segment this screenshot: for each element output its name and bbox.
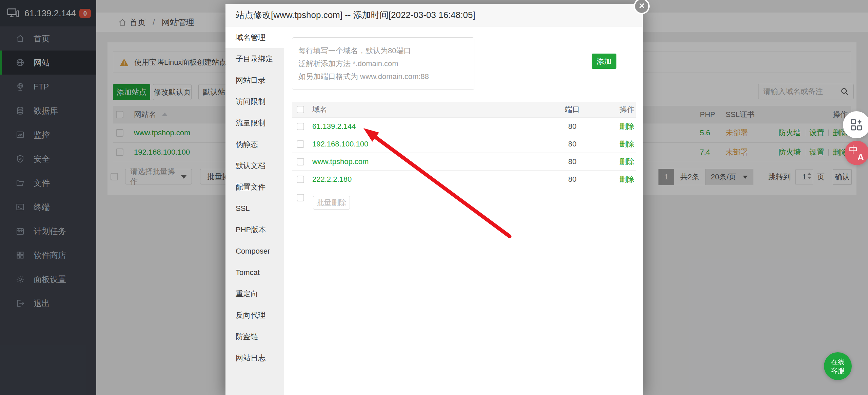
domain-name[interactable]: 192.168.100.100 [312,140,547,149]
modal-menu-config[interactable]: 配置文件 [225,176,284,198]
modal-menu-composer[interactable]: Composer [225,240,284,262]
delete-domain-link[interactable]: 删除 [598,139,636,149]
modal-menu-redirect[interactable]: 重定向 [225,283,284,304]
modal-menu-sitedir[interactable]: 网站目录 [225,70,284,91]
modal-menu-ssl[interactable]: SSL [225,198,284,219]
modal-menu: 域名管理 子目录绑定 网站目录 访问限制 流量限制 伪静态 默认文档 配置文件 … [225,27,284,395]
domain-row: www.tpshop.com 80 删除 [292,153,636,171]
domain-port: 80 [547,122,598,131]
translate-icon: 中 [849,144,858,156]
modal-menu-php[interactable]: PHP版本 [225,219,284,240]
batch-delete-checkbox[interactable] [297,194,304,201]
select-all-checkbox[interactable] [297,106,304,113]
domain-port: 80 [547,140,598,149]
modal-menu-hotlink[interactable]: 防盗链 [225,326,284,347]
port-header: 端口 [547,104,598,115]
action-header: 操作 [598,104,636,115]
domain-row: 222.2.2.180 80 删除 [292,171,636,188]
domain-port: 80 [547,157,598,166]
modal-menu-tomcat[interactable]: Tomcat [225,262,284,283]
domain-name[interactable]: 222.2.2.180 [312,175,547,184]
domain-table-header: 域名 端口 操作 [292,102,636,118]
domain-header: 域名 [312,104,547,115]
domain-row: 192.168.100.100 80 删除 [292,135,636,153]
modal-menu-subdir[interactable]: 子目录绑定 [225,48,284,70]
close-icon [637,1,646,12]
modal-menu-domain[interactable]: 域名管理 [225,27,284,48]
delete-domain-link[interactable]: 删除 [598,121,636,132]
domain-name[interactable]: 61.139.2.144 [312,122,547,131]
add-domain-button[interactable]: 添加 [592,54,616,69]
delete-domain-link[interactable]: 删除 [598,174,636,184]
online-support-button[interactable]: 在线 客服 [824,352,852,380]
row-checkbox[interactable] [297,140,304,148]
modal-menu-reverse-proxy[interactable]: 反向代理 [225,304,284,326]
modal-menu-access-limit[interactable]: 访问限制 [225,91,284,112]
row-checkbox[interactable] [297,158,304,165]
row-checkbox[interactable] [297,176,304,183]
modal-menu-default-doc[interactable]: 默认文档 [225,155,284,176]
domain-row: 61.139.2.144 80 删除 [292,118,636,135]
modal-menu-traffic-limit[interactable]: 流量限制 [225,112,284,134]
screen: 61.139.2.144 0 首页 网站 FTP 数据库 监控 安全 [0,0,868,395]
modal-menu-rewrite[interactable]: 伪静态 [225,134,284,155]
domain-port: 80 [547,175,598,184]
delete-domain-link[interactable]: 删除 [598,157,636,167]
row-checkbox[interactable] [297,123,304,130]
batch-delete-button[interactable]: 批量删除 [313,196,350,210]
mini-app-icon [850,118,863,132]
site-edit-modal: 站点修改[www.tpshop.com] -- 添加时间[2022-03-03 … [225,4,643,395]
domain-input-textarea[interactable] [292,37,474,90]
domain-table: 域名 端口 操作 61.139.2.144 80 删除 192.168.100.… [292,102,636,188]
modal-menu-site-log[interactable]: 网站日志 [225,347,284,369]
app-widget-button[interactable] [843,111,868,138]
domain-name[interactable]: www.tpshop.com [312,157,547,166]
modal-title: 站点修改[www.tpshop.com] -- 添加时间[2022-03-03 … [225,4,643,26]
translate-button[interactable]: 中 A [845,141,868,165]
